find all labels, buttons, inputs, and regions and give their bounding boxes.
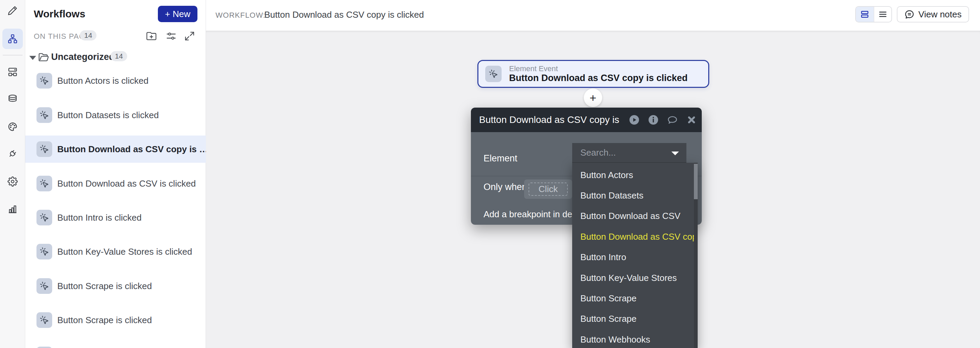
modal-title: Button Download as CSV copy is	[479, 114, 619, 125]
topbar-right-group: View notes	[855, 6, 969, 22]
sidebar-item-button-intro[interactable]: Button Intro is clicked	[25, 204, 206, 231]
sidebar-item-button-scrape-1[interactable]: Button Scrape is clicked	[25, 272, 206, 300]
workflow-node-element-event[interactable]: Element Event Button Download as CSV cop…	[477, 60, 709, 88]
element-field-label: Element	[484, 153, 517, 164]
database-icon[interactable]	[8, 94, 18, 104]
dropdown-option-button-scrape-2[interactable]: Button Scrape	[572, 309, 698, 329]
sidebar-item-label: Button Download as CSV copy is …	[57, 144, 206, 155]
cursor-click-icon	[37, 346, 52, 348]
dropdown-option-button-scrape-1[interactable]: Button Scrape	[572, 288, 698, 308]
dropdown-option-button-webhooks[interactable]: Button Webhooks	[572, 329, 698, 348]
cursor-click-icon	[37, 176, 52, 191]
sidebar-item-label: Button Intro is clicked	[57, 212, 142, 223]
sidebar-item-button-scrape-2[interactable]: Button Scrape is clicked	[25, 307, 206, 334]
sidebar-item-label: Button Actors is clicked	[57, 76, 148, 86]
dropdown-option-button-actors[interactable]: Button Actors	[572, 165, 698, 185]
sidebar-item-button-key-value-stores[interactable]: Button Key-Value Stores is clicked	[25, 238, 206, 265]
sidebar-item-button-datasets[interactable]: Button Datasets is clicked	[25, 101, 206, 129]
sidebar-item-label: Button Scrape is clicked	[57, 281, 152, 291]
cursor-click-icon	[37, 244, 52, 259]
sidebar-item-label: Button Scrape is clicked	[57, 315, 152, 326]
palette-icon[interactable]	[8, 122, 18, 132]
sidebar-header: Workflows + New	[25, 0, 205, 28]
node-texts: Element Event Button Download as CSV cop…	[509, 64, 688, 84]
cursor-click-icon	[37, 141, 52, 157]
sidebar-toolbar: ON THIS PAGE 14	[25, 30, 205, 42]
open-folder-icon	[38, 52, 49, 63]
chevron-down-icon	[671, 152, 679, 155]
dropdown-option-button-download-csv-copy[interactable]: Button Download as CSV copy	[572, 226, 698, 247]
dropdown-option-button-datasets[interactable]: Button Datasets	[572, 185, 698, 206]
new-folder-icon[interactable]	[146, 31, 157, 41]
element-search-input[interactable]	[581, 143, 662, 163]
folder-row-uncategorized[interactable]: Uncategorized 14	[25, 51, 205, 65]
workflows-sidebar: Workflows + New ON THIS PAGE 14 Uncatego…	[25, 0, 206, 348]
cursor-click-icon	[37, 312, 52, 328]
components-icon[interactable]	[8, 67, 18, 77]
info-icon[interactable]	[648, 114, 659, 125]
sidebar-item-button-actors[interactable]: Button Actors is clicked	[25, 67, 206, 94]
plug-icon[interactable]	[8, 149, 18, 159]
element-dropdown-list: Button Actors Button Datasets Button Dow…	[572, 163, 698, 348]
rail-divider	[3, 55, 22, 55]
folder-collapse-caret-icon[interactable]	[29, 56, 36, 60]
rows-view-toggle[interactable]	[856, 7, 873, 22]
view-notes-label: View notes	[918, 9, 962, 20]
workflow-canvas[interactable]: Element Event Button Download as CSV cop…	[206, 31, 980, 348]
note-bubble-icon	[904, 9, 915, 19]
cursor-click-icon	[37, 210, 52, 225]
expand-icon[interactable]	[184, 31, 195, 41]
cursor-click-icon	[37, 278, 52, 294]
dropdown-option-button-key-value-stores[interactable]: Button Key-Value Stores	[572, 267, 698, 288]
modal-actions	[629, 108, 697, 132]
click-chip-label: Click	[528, 182, 568, 196]
dropdown-option-button-intro[interactable]: Button Intro	[572, 247, 698, 267]
cursor-click-icon	[37, 73, 52, 89]
list-view-toggle[interactable]	[873, 7, 891, 22]
workflow-title: Button Download as CSV copy is clicked	[264, 9, 424, 20]
workflow-label: WORKFLOW:	[215, 11, 266, 20]
breakpoint-label: Add a breakpoint in deb	[484, 209, 577, 220]
dropdown-scrollbar-thumb[interactable]	[694, 164, 698, 199]
workflows-icon	[8, 34, 18, 44]
folder-name: Uncategorized	[51, 52, 115, 62]
sidebar-item-button-download-csv-copy[interactable]: Button Download as CSV copy is …	[25, 136, 206, 163]
sidebar-item-button-download-csv[interactable]: Button Download as CSV is clicked	[25, 170, 206, 197]
rail-item-workflows-active[interactable]	[2, 28, 23, 49]
comment-icon[interactable]	[667, 114, 678, 125]
close-icon[interactable]	[686, 114, 697, 125]
sidebar-item-partial[interactable]	[25, 341, 206, 348]
modal-header: Button Download as CSV copy is	[471, 108, 702, 132]
icon-rail	[0, 0, 25, 348]
add-step-button[interactable]: +	[584, 89, 602, 107]
play-icon[interactable]	[629, 114, 640, 125]
dropdown-scrollbar[interactable]	[694, 163, 698, 348]
new-workflow-button[interactable]: + New	[158, 6, 197, 22]
main-area: WORKFLOW: Button Download as CSV copy is…	[206, 0, 980, 348]
cursor-click-icon	[485, 66, 501, 82]
view-notes-button[interactable]: View notes	[897, 6, 969, 22]
click-condition-chip[interactable]: Click	[524, 179, 572, 199]
view-mode-segmented-control	[855, 6, 892, 22]
on-this-page-count-badge: 14	[80, 30, 97, 41]
cursor-click-icon	[37, 107, 52, 123]
sidebar-item-label: Button Datasets is clicked	[57, 110, 159, 120]
dropdown-option-button-download-csv[interactable]: Button Download as CSV	[572, 206, 698, 226]
sidebar-item-label: Button Key-Value Stores is clicked	[57, 247, 192, 257]
node-title: Button Download as CSV copy is clicked	[509, 73, 688, 84]
sidebar-title: Workflows	[34, 8, 85, 20]
folder-count-badge: 14	[110, 51, 127, 61]
workflow-topbar: WORKFLOW: Button Download as CSV copy is…	[206, 0, 980, 31]
only-when-label: Only when	[484, 182, 527, 192]
sidebar-item-label: Button Download as CSV is clicked	[57, 179, 196, 189]
edit-pencil-icon[interactable]	[8, 5, 18, 16]
element-select-box[interactable]	[572, 143, 686, 163]
filter-sliders-icon[interactable]	[166, 31, 177, 41]
node-type-label: Element Event	[509, 64, 688, 73]
bar-chart-icon[interactable]	[8, 204, 18, 214]
gear-icon[interactable]	[8, 176, 18, 187]
